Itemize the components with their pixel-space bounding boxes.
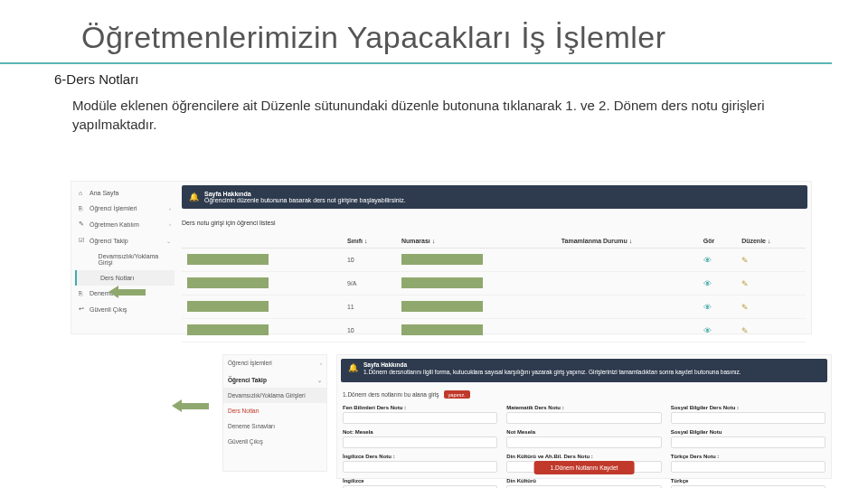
sidebar-item-label: Öğrenci İşlemleri — [90, 205, 137, 211]
sidebar-item-label: Deneme Sınavları — [228, 423, 275, 429]
sidebar-item[interactable]: ☑Öğrenci Takip⌄ — [75, 232, 175, 249]
field-label: Türkçe Ders Notu : — [671, 454, 826, 459]
grade-field: Fen Bilimleri Ders Notu : — [343, 405, 497, 424]
grade-input[interactable] — [671, 461, 826, 473]
view-icon[interactable]: 👁 — [703, 256, 712, 265]
screenshot-sidebar-detail: Öğrenci İşlemleri›Öğrenci Takip⌄Devamsız… — [222, 354, 327, 472]
table-row: 9/A👁✎ — [182, 272, 806, 296]
field-label: Sosyal Bilgiler Notu — [671, 429, 826, 435]
view-icon[interactable]: 👁 — [703, 303, 712, 312]
redacted-name — [187, 324, 269, 335]
sidebar-item-label: Öğretmen Katılım — [90, 221, 139, 228]
table-row: 10👁✎ — [182, 319, 806, 343]
screenshot-student-list: ⌂Ana Sayfa⎘Öğrenci İşlemleri›✎Öğretmen K… — [71, 181, 812, 334]
grade-input[interactable] — [506, 412, 661, 424]
banner-title: Sayfa Hakkında — [363, 361, 741, 369]
sidebar-item-label: Öğrenci Takip — [228, 377, 267, 383]
sidebar-item[interactable]: Ders Notları — [75, 270, 175, 286]
info-banner: 🔔 Sayfa Hakkında Öğrencinin düzenle buto… — [182, 185, 807, 209]
column-header[interactable]: Tamamlanma Durumu ↓ — [556, 234, 698, 249]
grade-input[interactable] — [671, 436, 826, 448]
student-table: Sınıfı ↓Numarası ↓Tamamlanma Durumu ↓Gör… — [182, 234, 806, 343]
sidebar-item[interactable]: Devamsızlık/Yoklama Girişi — [75, 249, 175, 270]
redacted-number — [401, 301, 483, 312]
menu-icon: ✎ — [79, 221, 86, 228]
field-label: Din Kültürü ve Ah.Bil. Ders Notu : — [506, 454, 661, 459]
sidebar-item[interactable]: ⌂Ana Sayfa — [75, 185, 175, 201]
field-label: Matematik Ders Notu : — [506, 405, 661, 410]
chevron-icon: › — [320, 361, 322, 366]
grade-field: Not Mesela — [506, 429, 661, 448]
redacted-name — [187, 301, 269, 312]
column-header[interactable]: Düzenle ↓ — [736, 234, 806, 249]
sidebar-item[interactable]: ↩Güvenli Çıkış — [75, 301, 175, 317]
sidebar-item-label: Güvenli Çıkış — [90, 306, 127, 313]
menu-icon: ☑ — [79, 237, 86, 244]
banner-text: 1.Dönem dersnotlarını ilgili forma, kutu… — [363, 369, 741, 375]
sidebar-item[interactable]: ⎘Öğrenci İşlemleri› — [75, 201, 175, 216]
field-label: Din Kültürü — [506, 478, 661, 483]
grade-input[interactable] — [343, 412, 497, 424]
section-badge: yapınız. — [444, 390, 470, 399]
field-label: Not: Mesela — [343, 429, 497, 435]
menu-icon: ↩ — [79, 305, 86, 313]
sidebar-item[interactable]: Güvenli Çıkış — [223, 434, 326, 449]
section-head: 1.Dönem ders notlarını bu alana giriş ya… — [343, 388, 826, 401]
redacted-number — [401, 254, 483, 265]
arrow-left-icon — [172, 399, 209, 412]
column-header[interactable]: Numarası ↓ — [396, 234, 556, 249]
sidebar-item[interactable]: Öğrenci Takip⌄ — [223, 372, 326, 388]
field-label: Fen Bilimleri Ders Notu : — [343, 405, 497, 410]
grade-input[interactable] — [343, 461, 497, 473]
cell-sinif: 9/A — [342, 272, 396, 296]
grade-field: İngilizce Ders Notu : — [343, 454, 497, 473]
redacted-number — [401, 277, 483, 288]
sidebar-item[interactable]: Devamsızlık/Yoklama Girişleri — [223, 388, 326, 403]
chevron-icon: › — [169, 206, 171, 211]
page-subtitle: 6-Ders Notları — [0, 64, 868, 90]
sidebar-item[interactable]: Öğrenci İşlemleri› — [223, 355, 326, 371]
grade-input[interactable] — [343, 436, 497, 448]
sidebar-item-label: Ders Notları — [228, 408, 259, 414]
chevron-icon: › — [169, 221, 171, 227]
grade-input[interactable] — [671, 412, 826, 424]
edit-icon[interactable]: ✎ — [741, 303, 749, 312]
page-title: Öğretmenlerimizin Yapacakları İş İşlemle… — [0, 0, 832, 64]
sidebar-item-label: Öğrenci İşlemleri — [228, 360, 272, 366]
redacted-name — [187, 277, 269, 288]
edit-icon[interactable]: ✎ — [741, 326, 749, 335]
sidebar-item[interactable]: Ders Notları — [223, 403, 326, 418]
field-label: Sosyal Bilgiler Ders Notu : — [671, 405, 826, 410]
save-button[interactable]: 1.Dönem Notlarını Kaydet — [534, 461, 635, 474]
grade-field: Türkçe — [671, 478, 826, 488]
bell-icon: 🔔 — [348, 363, 358, 372]
banner-title: Sayfa Hakkında — [204, 191, 406, 197]
sidebar-item-label: Devamsızlık/Yoklama Girişleri — [228, 392, 306, 399]
cell-sinif: 10 — [342, 319, 396, 343]
view-icon[interactable]: 👁 — [703, 279, 712, 288]
page-body: Modüle eklenen öğrencilere ait Düzenle s… — [0, 90, 868, 143]
chevron-icon: ⌄ — [317, 377, 322, 383]
field-label: İngilizce — [343, 478, 497, 483]
column-header[interactable]: Sınıfı ↓ — [342, 234, 396, 249]
redacted-number — [401, 324, 483, 335]
sidebar-item[interactable]: Deneme Sınavları — [223, 418, 326, 434]
grade-field: Sosyal Bilgiler Notu — [671, 429, 826, 448]
cell-sinif: 10 — [342, 249, 396, 272]
field-label: Not Mesela — [506, 429, 661, 435]
grade-field: Matematik Ders Notu : — [506, 405, 661, 424]
menu-icon: ⎘ — [79, 290, 86, 296]
edit-icon[interactable]: ✎ — [741, 256, 749, 265]
bell-icon: 🔔 — [189, 192, 199, 202]
edit-icon[interactable]: ✎ — [741, 279, 749, 288]
view-icon[interactable]: 👁 — [703, 326, 712, 335]
sidebar-item-label: Güvenli Çıkış — [228, 438, 263, 445]
grade-input[interactable] — [506, 436, 661, 448]
sidebar-item[interactable]: ✎Öğretmen Katılım› — [75, 216, 175, 232]
column-header[interactable] — [182, 234, 342, 249]
column-header[interactable]: Gör — [698, 234, 736, 249]
arrow-left-icon — [108, 286, 146, 298]
grade-field: Sosyal Bilgiler Ders Notu : — [671, 405, 826, 424]
screenshot-grade-form: 🔔 Sayfa Hakkında 1.Dönem dersnotlarını i… — [336, 354, 832, 479]
grade-field: Din Kültürü — [506, 478, 661, 488]
